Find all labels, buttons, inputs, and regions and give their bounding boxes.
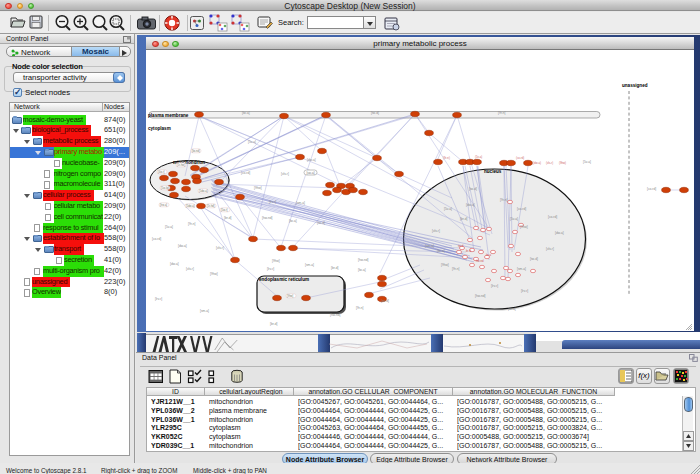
svg-text:[lw-a]: [lw-a] <box>242 111 250 115</box>
svg-text:[9hw]: [9hw] <box>254 186 262 190</box>
svg-text:[lrv-r]: [lrv-r] <box>521 289 528 293</box>
svg-text:[vls-r]: [vls-r] <box>186 267 194 271</box>
svg-text:unassigned: unassigned <box>622 83 648 88</box>
svg-text:br-d: br-d <box>466 249 471 253</box>
svg-text:[5v-a]: [5v-a] <box>165 225 173 229</box>
svg-text:[lrv-r]: [lrv-r] <box>267 267 274 271</box>
svg-text:(dw-a): (dw-a) <box>533 161 541 165</box>
svg-text:[dw-a]: [dw-a] <box>466 203 475 207</box>
svg-text:[br-d]: [br-d] <box>270 322 278 326</box>
svg-text:[lrv-r]: [lrv-r] <box>491 284 498 288</box>
svg-text:[hw-nd]: [hw-nd] <box>262 216 273 220</box>
svg-text:[lw-nd]: [lw-nd] <box>192 149 200 153</box>
svg-text:[vls-r]: [vls-r] <box>281 172 289 176</box>
svg-text:endoplasmic reticulum: endoplasmic reticulum <box>259 277 309 282</box>
svg-text:[5v-a]: [5v-a] <box>583 160 591 164</box>
svg-text:[lrw-a]: [lrw-a] <box>160 203 167 207</box>
svg-text:[9hw]: [9hw] <box>520 225 528 229</box>
svg-text:(5v-a): (5v-a) <box>475 155 482 159</box>
svg-text:tw-d: tw-d <box>458 244 464 248</box>
svg-text:[5r-hd]: [5r-hd] <box>207 204 215 208</box>
svg-text:[9r-n]: [9r-n] <box>452 267 460 271</box>
svg-text:[9hw]: [9hw] <box>210 272 218 276</box>
svg-text:[sw-a]: [sw-a] <box>307 171 315 175</box>
svg-text:[br-d]: [br-d] <box>224 216 232 220</box>
svg-text:[tw-d]: [tw-d] <box>381 299 389 303</box>
svg-text:[vls-r]: [vls-r] <box>216 246 224 250</box>
svg-text:(9hw): (9hw) <box>559 161 566 165</box>
svg-text:[lw-a]: [lw-a] <box>289 219 297 223</box>
svg-text:[9hw]: [9hw] <box>441 263 449 267</box>
svg-text:[hw-nd]: [hw-nd] <box>475 294 486 298</box>
svg-text:nucleus: nucleus <box>484 169 502 174</box>
svg-text:[lrv-r]: [lrv-r] <box>155 297 162 301</box>
svg-text:[sm-a]: [sm-a] <box>425 244 434 248</box>
svg-text:[9hw]: [9hw] <box>272 259 280 263</box>
svg-text:[9r-n]: [9r-n] <box>188 222 196 226</box>
svg-text:[hw-nd]: [hw-nd] <box>358 258 369 262</box>
svg-text:(9r-n): (9r-n) <box>443 156 450 160</box>
svg-text:[co-rd]: [co-rd] <box>241 171 250 175</box>
svg-text:[lw-a]: [lw-a] <box>508 307 516 311</box>
svg-text:(vls-r): (vls-r) <box>546 161 553 165</box>
svg-text:[5w-lw]: [5w-lw] <box>161 186 169 190</box>
svg-text:[vls-r]: [vls-r] <box>432 229 440 233</box>
svg-text:[tw-d]: [tw-d] <box>469 187 477 191</box>
svg-text:[5r-hw]: [5r-hw] <box>177 163 185 167</box>
svg-text:[dw-a]: [dw-a] <box>307 158 316 162</box>
svg-text:[9r-n]: [9r-n] <box>356 306 364 310</box>
svg-text:[tw-d]: [tw-d] <box>317 221 325 225</box>
svg-text:[lrv-r]: [lrv-r] <box>269 200 276 204</box>
svg-text:[4w-r]: [4w-r] <box>158 170 165 174</box>
svg-text:[tw-d]: [tw-d] <box>371 111 379 115</box>
svg-text:(co-rd): (co-rd) <box>516 156 524 160</box>
svg-text:[9r-n]: [9r-n] <box>498 111 506 115</box>
svg-text:[br-d]: [br-d] <box>460 217 468 221</box>
svg-text:lw-a: lw-a <box>486 253 492 257</box>
svg-text:[br-d]: [br-d] <box>331 266 339 270</box>
svg-text:[co-rd]: [co-rd] <box>548 215 557 219</box>
svg-text:[5dw-a]: [5dw-a] <box>199 189 208 193</box>
svg-text:[5v-a]: [5v-a] <box>510 217 518 221</box>
svg-text:[5w-r]: [5w-r] <box>221 208 228 212</box>
svg-text:[co-rd]: [co-rd] <box>517 207 526 211</box>
svg-text:[co-rd]: [co-rd] <box>647 187 656 191</box>
svg-text:[hw-nd]: [hw-nd] <box>330 313 341 317</box>
svg-text:[lw-a]: [lw-a] <box>358 268 366 272</box>
svg-text:[tw-d]: [tw-d] <box>530 257 538 261</box>
svg-text:[vls-r]: [vls-r] <box>546 247 554 251</box>
svg-text:[5v-a]: [5v-a] <box>444 207 452 211</box>
svg-text:[5v-a]: [5v-a] <box>248 140 256 144</box>
svg-text:[lw-a]: [lw-a] <box>437 249 445 253</box>
svg-text:[sm-a]: [sm-a] <box>296 201 305 205</box>
svg-text:[dw-a]: [dw-a] <box>178 244 187 248</box>
svg-text:[dw-a]: [dw-a] <box>170 262 179 266</box>
svg-text:cytoplasm: cytoplasm <box>148 126 171 131</box>
svg-text:[co-rd]: [co-rd] <box>152 237 161 241</box>
svg-text:[5dw-a]: [5dw-a] <box>186 204 195 208</box>
svg-text:[dw-a]: [dw-a] <box>555 231 564 235</box>
svg-text:[sm-a]: [sm-a] <box>200 309 209 313</box>
svg-text:[9hw]: [9hw] <box>287 294 293 298</box>
svg-text:[sm-a]: [sm-a] <box>517 267 526 271</box>
svg-text:[9r-n]: [9r-n] <box>500 198 508 202</box>
svg-text:plasma membrane: plasma membrane <box>148 113 189 118</box>
svg-text:hw-nd: hw-nd <box>476 259 484 263</box>
svg-text:[sm-a]: [sm-a] <box>305 263 314 267</box>
